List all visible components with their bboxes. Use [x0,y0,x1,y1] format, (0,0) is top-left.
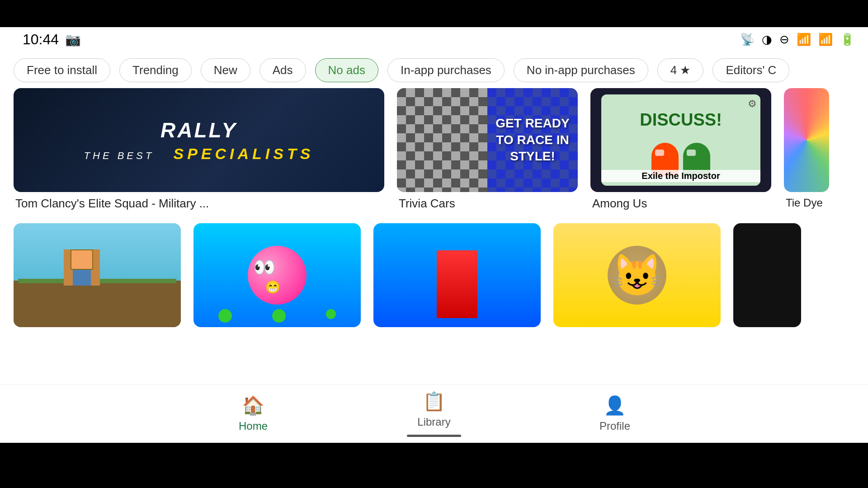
status-time: 10:44 📷 [23,31,81,48]
chip-no-ads[interactable]: No ads [315,58,378,82]
mc-head [71,249,93,270]
rally-title: RALLY [160,118,237,142]
video-camera-icon: 📷 [65,32,81,47]
profile-icon: 👤 [604,395,626,416]
game-card-tom-clancy[interactable]: RALLY THE BEST SPECIALISTS Tom Clancy's … [14,88,384,211]
minecraft-thumbnail [14,223,181,327]
filter-chips: Free to install Trending New Ads No ads … [0,52,868,88]
settings-icon: ⚙ [748,98,757,110]
game-card-minecraft[interactable] [14,223,181,327]
trivia-checker-left [397,88,487,192]
chip-ads[interactable]: Ads [259,58,306,82]
bottom-nav: 🏠 Home 📋 Library 👤 Profile [0,384,868,443]
brightness-icon: ◑ [762,33,772,47]
tom-thumbnail [553,223,721,327]
status-bar: 10:44 📷 📡 ◑ ⊖ 📶 📶 🔋 [0,27,868,52]
nav-label-library: Library [417,416,450,428]
chip-no-in-app-purchases[interactable]: No in-app purchases [514,58,648,82]
black-bar-bottom [0,443,868,488]
green-circles [198,309,356,323]
among-exile-text: Exile the Impostor [601,170,760,182]
tom-face [608,246,666,305]
among-thumbnail: ⚙ DISCUSS! Exile the Impostor [590,88,771,192]
nav-item-profile[interactable]: 👤 Profile [524,390,705,437]
mc-figure [64,249,100,286]
game-card-tom-cat[interactable] [553,223,721,327]
library-icon: 📋 [423,391,445,412]
chip-editors-choice[interactable]: Editors' C [712,58,789,82]
black-bar-top [0,0,868,27]
game-title-trivia-cars: Trivia Cars [397,197,578,211]
content-area: RALLY THE BEST SPECIALISTS Tom Clancy's … [0,88,868,407]
trivia-thumbnail: GET READY TO RACE IN STYLE! [397,88,578,192]
pinkball-thumbnail: 👀 😁 [193,223,361,327]
time-display: 10:44 [23,31,59,48]
home-icon: 🏠 [242,395,264,416]
dark-thumbnail [733,223,801,327]
bluered-thumbnail [373,223,541,327]
wifi-icon: 📶 [797,33,811,47]
ground [14,281,181,328]
game-card-among-us[interactable]: ⚙ DISCUSS! Exile the Impostor Among Us [590,88,771,211]
status-icons: 📡 ◑ ⊖ 📶 📶 🔋 [740,33,854,47]
nav-label-home: Home [239,420,268,432]
pink-ball-wrapper: 👀 😁 [248,246,307,305]
pink-ball: 👀 😁 [248,246,307,305]
signal-icon: 📶 [818,33,833,47]
ball-eyes: 👀 [253,257,276,278]
chip-4-star[interactable]: 4 ★ [657,58,704,82]
chip-in-app-purchases[interactable]: In-app purchases [387,58,505,82]
nav-item-home[interactable]: 🏠 Home [163,390,344,437]
game-card-bluered[interactable] [373,223,541,327]
game-card-tie-dye[interactable]: Tie Dye [784,88,829,211]
among-discuss-text: DISCUSS! [640,110,722,130]
rally-subtitle-text: THE BEST SPECIALISTS [84,145,314,163]
battery-icon: 🔋 [840,33,854,47]
chip-trending[interactable]: Trending [119,58,192,82]
chip-free-to-install[interactable]: Free to install [14,58,110,82]
trivia-checker-right: GET READY TO RACE IN STYLE! [487,88,578,192]
game-title-tom-clancy: Tom Clancy's Elite Squad - Military ... [14,197,384,211]
trivia-text: GET READY TO RACE IN STYLE! [492,115,573,164]
game-card-trivia-cars[interactable]: GET READY TO RACE IN STYLE! Trivia Cars [397,88,578,211]
game-title-among-us: Among Us [590,197,771,211]
game-title-tie-dye: Tie Dye [784,197,829,209]
tiedye-thumbnail [784,88,829,192]
cast-icon: 📡 [740,33,755,47]
game-card-pinkball[interactable]: 👀 😁 [193,223,361,327]
nav-item-library[interactable]: 📋 Library [344,386,524,441]
chip-new[interactable]: New [201,58,250,82]
rally-thumbnail: RALLY THE BEST SPECIALISTS [14,88,384,192]
mc-body [73,270,91,286]
nav-label-profile: Profile [599,420,630,432]
among-inner-panel: ⚙ DISCUSS! Exile the Impostor [601,94,760,186]
active-indicator [407,435,461,437]
games-row-2: 👀 😁 [14,223,854,327]
red-tower [437,250,477,318]
game-card-dark[interactable] [733,223,801,327]
ball-mouth: 😁 [265,280,281,295]
games-row-1: RALLY THE BEST SPECIALISTS Tom Clancy's … [14,88,854,211]
minus-circle-icon: ⊖ [779,33,789,47]
